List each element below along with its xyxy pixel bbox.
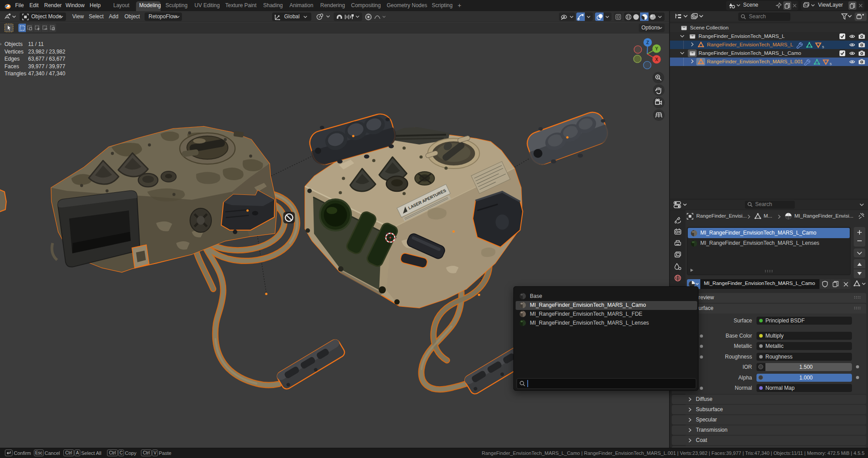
svg-text:Z: Z: [646, 40, 649, 45]
svg-text:5: 5: [830, 62, 832, 66]
svg-text:X: X: [655, 57, 658, 62]
svg-text:Y: Y: [655, 46, 658, 51]
svg-text:5: 5: [822, 45, 824, 49]
